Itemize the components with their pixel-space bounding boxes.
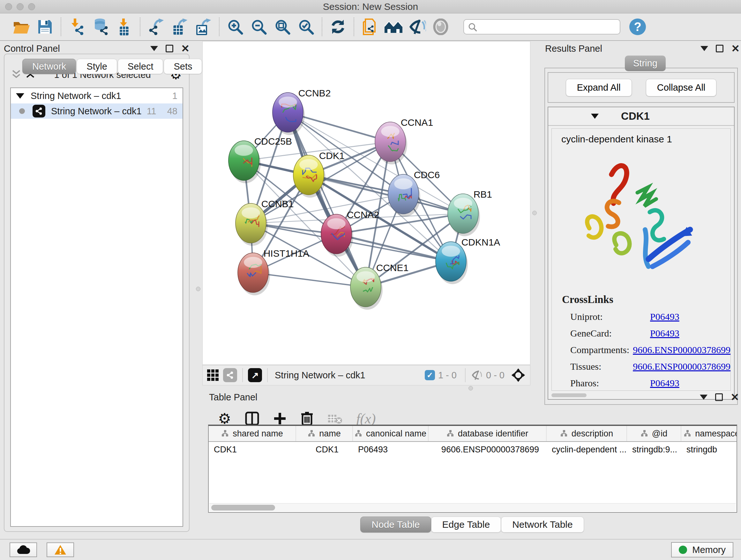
show-columns-icon[interactable] [245,412,259,426]
first-neighbors-button[interactable] [383,17,404,37]
float-panel-icon[interactable] [165,45,173,52]
search-input[interactable] [463,19,620,35]
network-collection-row[interactable]: String Network – cdk1 1 [11,88,183,104]
panel-menu-icon[interactable] [700,46,708,51]
panel-menu-icon[interactable] [700,395,708,400]
network-node[interactable]: CCNB2 [273,88,331,135]
cell-namespace[interactable]: stringdb [681,445,737,455]
import-network-from-file-button[interactable] [67,17,87,37]
tree-expander-icon[interactable] [16,93,24,99]
birds-eye-icon[interactable] [511,368,526,382]
network-node[interactable]: CCNA2 [321,209,379,257]
network-node[interactable]: HIST1H1A [238,248,309,295]
close-panel-icon[interactable]: ✕ [731,44,740,54]
expand-all-button[interactable]: Expand All [566,79,632,97]
zoom-in-button[interactable] [225,17,246,37]
column-header-shared-name[interactable]: shared name [209,426,296,441]
crosslink-genecard-link[interactable]: P06493 [650,328,679,339]
close-panel-icon[interactable]: ✕ [731,392,739,402]
network-edge[interactable] [288,112,366,287]
add-column-icon[interactable] [273,412,286,425]
show-hide-button[interactable] [407,17,427,37]
refresh-button[interactable] [328,17,348,37]
network-row-selected[interactable]: String Network – cdk1 11 48 [11,104,183,119]
cloud-status-button[interactable] [10,543,37,557]
node-result-header[interactable]: CDK1 [548,107,734,126]
network-node[interactable]: CDC25B [228,136,292,183]
cell-canonical-name[interactable]: P06493 [353,445,428,455]
splitter-handle[interactable] [468,386,473,390]
collapse-all-button[interactable]: Collapse All [646,79,717,97]
scrollbar-thumb[interactable] [211,505,275,510]
float-panel-icon[interactable] [715,393,723,401]
export-image-button[interactable] [193,17,213,37]
table-horizontal-scrollbar[interactable] [209,503,736,511]
detach-view-icon[interactable]: ↗ [248,368,262,382]
warning-status-button[interactable] [47,543,74,557]
crosslink-uniprot-link[interactable]: P06493 [650,311,679,322]
splitter-handle[interactable] [532,211,537,215]
tab-string[interactable]: String [625,56,666,71]
tab-network[interactable]: Network [22,59,76,74]
collapse-entry-icon[interactable] [591,114,599,119]
cell-name[interactable]: CDK1 [296,445,353,455]
network-node[interactable]: CCNB1 [235,199,293,246]
close-panel-icon[interactable]: ✕ [181,44,190,54]
save-session-button[interactable] [35,17,55,37]
open-session-button[interactable] [11,17,31,37]
collapse-all-icon[interactable] [11,69,21,80]
memory-button[interactable]: Memory [671,542,733,557]
export-network-button[interactable] [146,17,166,37]
delete-column-icon[interactable] [300,411,313,426]
selected-checkbox-icon[interactable]: ✓ [425,370,435,380]
highlight-button[interactable] [430,17,451,37]
column-header-name[interactable]: name [296,426,353,441]
tab-select[interactable]: Select [118,59,163,74]
help-button[interactable]: ? [629,18,646,35]
network-overview-icon[interactable] [223,368,237,382]
crosslink-tissues-link[interactable]: 9606.ENSP00000378699 [633,361,731,372]
cell-database-identifier[interactable]: 9606.ENSP00000378699 [428,445,547,455]
network-node[interactable]: CCNE1 [350,262,408,310]
column-label: description [571,429,613,439]
column-header-database-identifier[interactable]: database identifier [428,426,547,441]
node-label: CCNA1 [401,117,433,128]
hidden-eye-icon[interactable] [471,370,483,381]
tab-style[interactable]: Style [77,59,117,74]
grid-view-icon[interactable] [207,369,219,381]
tab-node-table[interactable]: Node Table [360,516,431,533]
cell-id[interactable]: stringdb:9... [627,445,681,455]
window-title: Session: New Session [0,1,741,12]
export-table-button[interactable] [170,17,190,37]
table-settings-gear-icon[interactable]: ⚙ [218,411,231,426]
column-header-namespace[interactable]: namespace [681,426,737,441]
column-header-canonical-name[interactable]: canonical name [353,426,428,441]
network-node[interactable]: CCNA1 [375,117,433,165]
import-network-from-database-button[interactable] [90,17,111,37]
window-titlebar: Session: New Session [0,0,741,13]
network-node[interactable]: CDK1 [293,150,345,198]
splitter-handle[interactable] [196,287,200,291]
tab-edge-table[interactable]: Edge Table [431,516,501,533]
network-node[interactable]: RB1 [448,189,492,236]
crosslink-compartments-link[interactable]: 9606.ENSP00000378699 [633,345,731,355]
table-row[interactable]: CDK1 CDK1 P06493 9606.ENSP00000378699 cy… [209,442,737,457]
float-panel-icon[interactable] [716,45,724,52]
cell-description[interactable]: cyclin-dependent ... [547,445,627,455]
tab-sets[interactable]: Sets [164,59,202,74]
check-glyph [302,23,307,27]
crosslink-pharos-link[interactable]: P06493 [650,378,679,388]
cell-shared-name[interactable]: CDK1 [209,445,296,455]
import-table-from-file-button[interactable] [114,17,134,37]
column-header-id[interactable]: @id [627,426,681,441]
zoom-selected-button[interactable] [296,17,316,37]
zoom-fit-button[interactable] [272,17,293,37]
network-canvas[interactable]: CCNB2CCNA1CDC25BCDK1CDC6RB1CCNB1CCNA2CDK… [203,42,531,365]
copy-network-button[interactable] [360,17,380,37]
network-node[interactable]: CDC6 [388,170,440,217]
column-header-description[interactable]: description [547,426,627,441]
network-node[interactable]: CDKN1A [435,237,500,284]
tab-network-table[interactable]: Network Table [501,516,584,533]
zoom-out-button[interactable] [249,17,269,37]
panel-menu-icon[interactable] [150,46,158,51]
